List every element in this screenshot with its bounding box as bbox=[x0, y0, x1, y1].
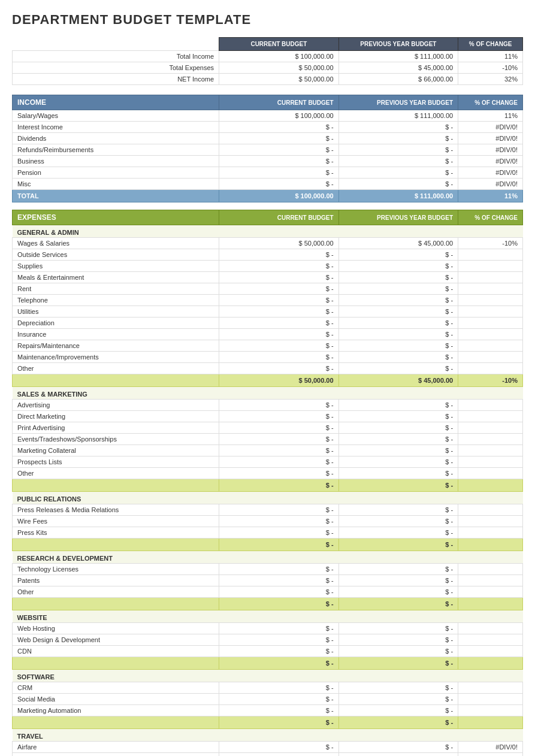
summary-change-header: % OF CHANGE bbox=[458, 38, 523, 51]
subsection-public-relations: PUBLIC RELATIONS bbox=[13, 492, 523, 504]
summary-prev-header: PREVIOUS YEAR BUDGET bbox=[338, 38, 458, 51]
income-row-5: Pension $ - $ - #DIV/0! bbox=[13, 167, 523, 179]
summary-net-change: 32% bbox=[458, 74, 523, 85]
exp-row-web-1: Web Design & Development $ - $ - bbox=[13, 634, 523, 646]
income-label-1: Interest Income bbox=[13, 122, 219, 133]
summary-expenses-change: -10% bbox=[458, 62, 523, 74]
expenses-current-header: CURRENT BUDGET bbox=[219, 210, 339, 225]
income-total-label: TOTAL bbox=[13, 190, 219, 202]
income-prev-1: $ - bbox=[338, 122, 458, 133]
page-title: DEPARTMENT BUDGET TEMPLATE bbox=[12, 12, 523, 28]
income-row-4: Business $ - $ - #DIV/0! bbox=[13, 156, 523, 167]
exp-row-web-2: CDN $ - $ - bbox=[13, 646, 523, 657]
exp-row-ga-7: Depreciation $ - $ - bbox=[13, 317, 523, 329]
income-row-6: Misc $ - $ - #DIV/0! bbox=[13, 179, 523, 190]
general-admin-label: GENERAL & ADMIN bbox=[13, 225, 523, 238]
income-label-5: Pension bbox=[13, 167, 219, 179]
subsection-software: SOFTWARE bbox=[13, 670, 523, 682]
subtotal-sw: $ - $ - bbox=[13, 716, 523, 729]
subsection-travel: TRAVEL bbox=[13, 729, 523, 742]
income-label-6: Misc bbox=[13, 179, 219, 190]
expenses-section-label: EXPENSES bbox=[13, 210, 219, 225]
summary-row-expenses: Total Expenses $ 50,000.00 $ 45,000.00 -… bbox=[13, 62, 523, 74]
summary-row-net: NET Income $ 50,000.00 $ 66,000.00 32% bbox=[13, 74, 523, 85]
exp-row-ga-10: Maintenance/Improvements $ - $ - bbox=[13, 352, 523, 363]
summary-income-prev: $ 111,000.00 bbox=[338, 51, 458, 62]
exp-row-ga-8: Insurance $ - $ - bbox=[13, 329, 523, 340]
subtotal-web: $ - $ - bbox=[13, 657, 523, 670]
income-table: INCOME CURRENT BUDGET PREVIOUS YEAR BUDG… bbox=[12, 95, 523, 202]
expenses-change-header: % OF CHANGE bbox=[458, 210, 523, 225]
subsection-website: WEBSITE bbox=[13, 610, 523, 623]
income-change-4: #DIV/0! bbox=[458, 156, 523, 167]
exp-row-sw-1: Social Media $ - $ - bbox=[13, 694, 523, 705]
summary-net-prev: $ 66,000.00 bbox=[338, 74, 458, 85]
exp-row-sm-2: Print Advertising $ - $ - bbox=[13, 422, 523, 434]
summary-expenses-current: $ 50,000.00 bbox=[219, 62, 339, 74]
subsection-general-admin: GENERAL & ADMIN bbox=[13, 225, 523, 238]
website-label: WEBSITE bbox=[13, 610, 523, 623]
income-current-5: $ - bbox=[219, 167, 339, 179]
income-prev-2: $ - bbox=[338, 133, 458, 144]
income-change-5: #DIV/0! bbox=[458, 167, 523, 179]
exp-row-ga-5: Telephone $ - $ - bbox=[13, 295, 523, 306]
subtotal-ga: $ 50,000.00 $ 45,000.00 -10% bbox=[13, 374, 523, 387]
income-total-current: $ 100,000.00 bbox=[219, 190, 339, 202]
income-row-1: Interest Income $ - $ - #DIV/0! bbox=[13, 122, 523, 133]
subtotal-pr: $ - $ - bbox=[13, 539, 523, 551]
income-section-label: INCOME bbox=[13, 95, 219, 110]
income-header-row: INCOME CURRENT BUDGET PREVIOUS YEAR BUDG… bbox=[13, 95, 523, 110]
exp-row-rd-1: Patents $ - $ - bbox=[13, 575, 523, 586]
exp-row-ga-11: Other $ - $ - bbox=[13, 363, 523, 374]
exp-row-sw-0: CRM $ - $ - bbox=[13, 682, 523, 694]
subsection-rd: RESEARCH & DEVELOPMENT bbox=[13, 551, 523, 564]
income-current-6: $ - bbox=[219, 179, 339, 190]
expenses-header-row: EXPENSES CURRENT BUDGET PREVIOUS YEAR BU… bbox=[13, 210, 523, 225]
income-row-0: Salary/Wages $ 100,000.00 $ 111,000.00 1… bbox=[13, 110, 523, 122]
exp-row-pr-1: Wire Fees $ - $ - bbox=[13, 516, 523, 527]
income-total-row: TOTAL $ 100,000.00 $ 111,000.00 11% bbox=[13, 190, 523, 202]
summary-net-label: NET Income bbox=[13, 74, 219, 85]
income-row-3: Refunds/Reimbursements $ - $ - #DIV/0! bbox=[13, 144, 523, 156]
income-change-0: 11% bbox=[458, 110, 523, 122]
income-current-1: $ - bbox=[219, 122, 339, 133]
exp-row-web-0: Web Hosting $ - $ - bbox=[13, 623, 523, 634]
summary-income-change: 11% bbox=[458, 51, 523, 62]
rd-label: RESEARCH & DEVELOPMENT bbox=[13, 551, 523, 564]
exp-row-sm-1: Direct Marketing $ - $ - bbox=[13, 411, 523, 422]
exp-row-pr-2: Press Kits $ - $ - bbox=[13, 527, 523, 539]
exp-row-pr-0: Press Releases & Media Relations $ - $ - bbox=[13, 504, 523, 516]
income-current-3: $ - bbox=[219, 144, 339, 156]
income-total-prev: $ 111,000.00 bbox=[338, 190, 458, 202]
income-label-2: Dividends bbox=[13, 133, 219, 144]
income-prev-header: PREVIOUS YEAR BUDGET bbox=[338, 95, 458, 110]
income-total-change: 11% bbox=[458, 190, 523, 202]
sales-marketing-label: SALES & MARKETING bbox=[13, 387, 523, 400]
exp-row-ga-9: Repairs/Maintenance $ - $ - bbox=[13, 340, 523, 352]
income-prev-3: $ - bbox=[338, 144, 458, 156]
subtotal-sm: $ - $ - bbox=[13, 479, 523, 492]
income-current-4: $ - bbox=[219, 156, 339, 167]
expenses-prev-header: PREVIOUS YEAR BUDGET bbox=[338, 210, 458, 225]
income-prev-4: $ - bbox=[338, 156, 458, 167]
summary-expenses-prev: $ 45,000.00 bbox=[338, 62, 458, 74]
public-relations-label: PUBLIC RELATIONS bbox=[13, 492, 523, 504]
income-label-0: Salary/Wages bbox=[13, 110, 219, 122]
summary-table: CURRENT BUDGET PREVIOUS YEAR BUDGET % OF… bbox=[12, 37, 523, 85]
summary-income-current: $ 100,000.00 bbox=[219, 51, 339, 62]
income-change-2: #DIV/0! bbox=[458, 133, 523, 144]
summary-expenses-label: Total Expenses bbox=[13, 62, 219, 74]
income-change-6: #DIV/0! bbox=[458, 179, 523, 190]
exp-row-ga-1: Outside Services $ - $ - bbox=[13, 249, 523, 261]
exp-row-ga-6: Utilities $ - $ - bbox=[13, 306, 523, 317]
subtotal-rd: $ - $ - bbox=[13, 598, 523, 610]
travel-label: TRAVEL bbox=[13, 729, 523, 742]
expenses-table: EXPENSES CURRENT BUDGET PREVIOUS YEAR BU… bbox=[12, 210, 523, 756]
exp-row-sm-3: Events/Tradeshows/Sponsorships $ - $ - bbox=[13, 434, 523, 445]
income-prev-6: $ - bbox=[338, 179, 458, 190]
income-current-header: CURRENT BUDGET bbox=[219, 95, 339, 110]
subsection-sales-marketing: SALES & MARKETING bbox=[13, 387, 523, 400]
software-label: SOFTWARE bbox=[13, 670, 523, 682]
summary-row-income: Total Income $ 100,000.00 $ 111,000.00 1… bbox=[13, 51, 523, 62]
exp-row-ga-0: Wages & Salaries $ 50,000.00 $ 45,000.00… bbox=[13, 238, 523, 249]
